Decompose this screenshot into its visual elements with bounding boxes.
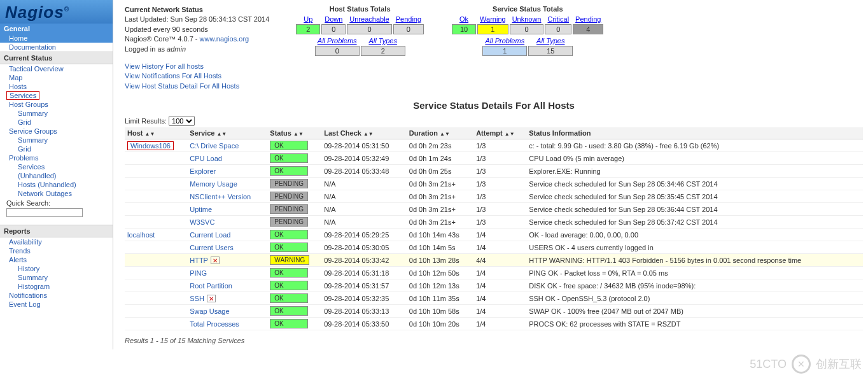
- svc-ok-header[interactable]: Ok: [459, 15, 468, 23]
- host-pending-count[interactable]: 0: [393, 24, 424, 34]
- service-link[interactable]: Total Processes: [190, 320, 239, 328]
- service-link[interactable]: HTTP: [190, 257, 208, 264]
- svc-pending-header[interactable]: Pending: [575, 15, 601, 23]
- sort-icon[interactable]: ▲▼: [216, 132, 227, 137]
- results-footer: Results 1 - 15 of 15 Matching Services: [125, 337, 863, 344]
- sidebar-service-groups[interactable]: Service Groups: [0, 127, 113, 136]
- service-link[interactable]: Current Load: [190, 231, 230, 239]
- service-link[interactable]: Current Users: [190, 244, 233, 251]
- cell-service: Swap Usage: [187, 305, 267, 318]
- host-all-problems-count[interactable]: 0: [315, 46, 360, 56]
- service-link[interactable]: C:\ Drive Space: [190, 142, 239, 150]
- sidebar-host-groups[interactable]: Host Groups: [0, 100, 113, 109]
- cell-status: PENDING: [267, 203, 321, 216]
- col-lastcheck[interactable]: Last Check ▲▼: [321, 127, 407, 139]
- sidebar-map[interactable]: Map: [0, 73, 113, 82]
- sidebar-services[interactable]: Services: [6, 91, 39, 100]
- svc-ok-count[interactable]: 10: [452, 24, 476, 34]
- host-link[interactable]: localhost: [127, 231, 155, 239]
- sidebar-problems-unhandled-services[interactable]: (Unhandled): [0, 171, 113, 180]
- cell-status: OK: [267, 139, 321, 152]
- service-link[interactable]: Explorer: [190, 167, 216, 175]
- host-status-totals: Host Status Totals Up Down Unreachable P…: [295, 5, 425, 57]
- sidebar-home[interactable]: Home: [0, 34, 113, 43]
- host-all-types-count[interactable]: 2: [361, 46, 405, 56]
- svc-critical-header[interactable]: Critical: [547, 15, 569, 23]
- table-row: Swap Usage OK 09-28-2014 05:33:13 0d 10h…: [125, 305, 863, 318]
- host-link[interactable]: Windows106: [127, 141, 174, 150]
- svc-unknown-header[interactable]: Unknown: [512, 15, 542, 23]
- host-down-header[interactable]: Down: [325, 15, 342, 23]
- cell-attempt: 1/3: [473, 178, 526, 190]
- sidebar-availability[interactable]: Availability: [0, 237, 113, 246]
- sidebar-alerts-history[interactable]: History: [0, 264, 113, 273]
- sidebar-servicegroups-summary[interactable]: Summary: [0, 136, 113, 144]
- sidebar-alerts-histogram[interactable]: Histogram: [0, 282, 113, 291]
- service-link[interactable]: Memory Usage: [190, 180, 237, 188]
- host-unreachable-header[interactable]: Unreachable: [349, 15, 389, 23]
- svc-all-types-header[interactable]: All Types: [536, 37, 564, 45]
- host-all-types-header[interactable]: All Types: [368, 37, 396, 45]
- main-content: Current Network Status Last Updated: Sun…: [113, 0, 868, 349]
- svc-critical-count[interactable]: 0: [545, 24, 571, 34]
- notifications-disabled-icon[interactable]: ✕: [211, 257, 220, 264]
- service-link[interactable]: Root Partition: [190, 282, 232, 290]
- svc-all-problems-header[interactable]: All Problems: [485, 37, 524, 45]
- sidebar-hosts[interactable]: Hosts: [0, 82, 113, 91]
- col-service[interactable]: Service ▲▼: [187, 127, 267, 139]
- sidebar-network-outages[interactable]: Network Outages: [0, 189, 113, 198]
- sort-icon[interactable]: ▲▼: [363, 132, 374, 137]
- host-all-problems-header[interactable]: All Problems: [318, 37, 357, 45]
- cell-info: DISK OK - free space: / 34632 MB (95% in…: [526, 279, 863, 292]
- sidebar-trends[interactable]: Trends: [0, 246, 113, 255]
- svc-all-types-count[interactable]: 15: [528, 46, 573, 56]
- nagios-link[interactable]: www.nagios.org: [200, 35, 249, 43]
- service-link[interactable]: W3SVC: [190, 218, 214, 226]
- sort-icon[interactable]: ▲▼: [505, 132, 515, 137]
- sidebar-documentation[interactable]: Documentation: [0, 43, 113, 52]
- view-host-status-link[interactable]: View Host Status Detail For All Hosts: [125, 81, 269, 91]
- service-link[interactable]: NSClient++ Version: [190, 193, 251, 201]
- svc-all-problems-count[interactable]: 1: [482, 46, 527, 56]
- host-up-header[interactable]: Up: [304, 15, 312, 23]
- service-link[interactable]: PING: [190, 269, 207, 277]
- service-link[interactable]: Uptime: [190, 206, 212, 213]
- service-link[interactable]: CPU Load: [190, 155, 222, 162]
- quick-search-input[interactable]: [6, 208, 83, 217]
- notifications-disabled-icon[interactable]: ✕: [207, 295, 216, 302]
- service-link[interactable]: SSH: [190, 295, 204, 302]
- view-history-link[interactable]: View History For all hosts: [125, 62, 269, 71]
- sidebar-hostgroups-grid[interactable]: Grid: [0, 118, 113, 127]
- sort-icon[interactable]: ▲▼: [145, 132, 155, 137]
- status-badge: PENDING: [270, 217, 308, 227]
- cell-host: [125, 216, 187, 229]
- sidebar-alerts[interactable]: Alerts: [0, 255, 113, 264]
- host-unreachable-count[interactable]: 0: [347, 24, 391, 34]
- sidebar-problems-hosts[interactable]: Hosts (Unhandled): [0, 180, 113, 189]
- sidebar-problems-services[interactable]: Services: [0, 162, 113, 171]
- col-status[interactable]: Status ▲▼: [267, 127, 321, 139]
- svc-pending-count[interactable]: 4: [573, 24, 603, 34]
- col-attempt[interactable]: Attempt ▲▼: [473, 127, 526, 139]
- col-host[interactable]: Host ▲▼: [125, 127, 187, 139]
- col-duration[interactable]: Duration ▲▼: [407, 127, 473, 139]
- sidebar-hostgroups-summary[interactable]: Summary: [0, 109, 113, 118]
- svc-warn-count[interactable]: 1: [477, 24, 508, 34]
- sidebar-servicegroups-grid[interactable]: Grid: [0, 144, 113, 153]
- host-pending-header[interactable]: Pending: [396, 15, 421, 23]
- limit-select[interactable]: 100: [169, 116, 195, 126]
- view-notifications-link[interactable]: View Notifications For All Hosts: [125, 71, 269, 81]
- sidebar-notifications[interactable]: Notifications: [0, 291, 113, 300]
- host-up-count[interactable]: 2: [296, 24, 320, 34]
- sort-icon[interactable]: ▲▼: [293, 132, 304, 137]
- host-down-count[interactable]: 0: [321, 24, 346, 34]
- sidebar-problems[interactable]: Problems: [0, 153, 113, 162]
- service-link[interactable]: Swap Usage: [190, 307, 229, 315]
- sidebar-tactical-overview[interactable]: Tactical Overview: [0, 64, 113, 73]
- sort-icon[interactable]: ▲▼: [440, 132, 450, 137]
- svc-unknown-count[interactable]: 0: [510, 24, 544, 34]
- sidebar-alerts-summary[interactable]: Summary: [0, 273, 113, 282]
- svc-warn-header[interactable]: Warning: [480, 15, 506, 23]
- sidebar-event-log[interactable]: Event Log: [0, 300, 113, 309]
- cell-host: Windows106: [125, 139, 187, 152]
